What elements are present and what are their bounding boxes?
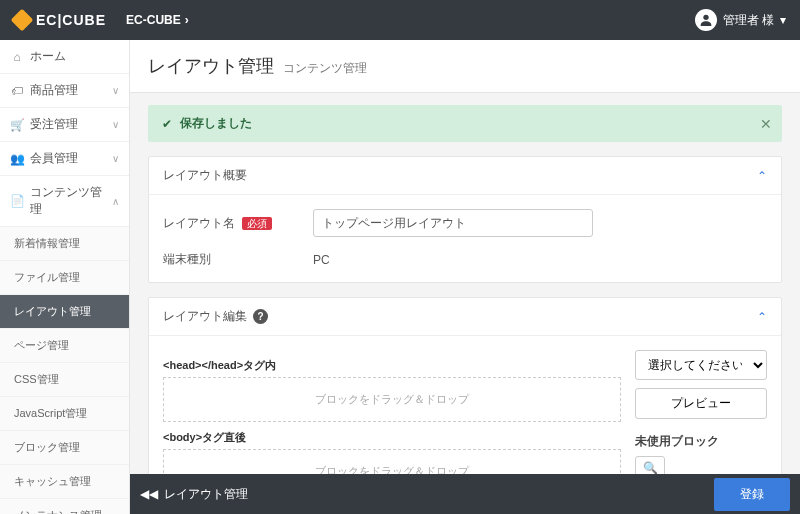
dropzone[interactable]: ブロックをドラッグ＆ドロップ [163, 377, 621, 422]
chevron-down-icon: ▾ [780, 13, 786, 27]
alert-close-button[interactable]: ✕ [760, 116, 772, 132]
user-name: 管理者 様 [723, 12, 774, 29]
sidebar-item-レイアウト管理[interactable]: レイアウト管理 [0, 295, 129, 329]
page-subtitle: コンテンツ管理 [283, 61, 367, 75]
sidebar-item-CSS管理[interactable]: CSS管理 [0, 363, 129, 397]
layout-name-input[interactable] [313, 209, 593, 237]
tag-icon: 🏷 [10, 84, 24, 98]
preview-button[interactable]: プレビュー [635, 388, 767, 419]
overview-card-head[interactable]: レイアウト概要 ⌃ [149, 157, 781, 195]
breadcrumb[interactable]: ◀◀ レイアウト管理 [140, 486, 248, 503]
chevron-icon: ∨ [112, 119, 119, 130]
site-name: EC-CUBE [126, 13, 181, 27]
chevron-right-icon: › [185, 13, 189, 27]
editor-title: レイアウト編集 [163, 308, 247, 325]
breadcrumb-text: レイアウト管理 [164, 486, 248, 503]
page-title: レイアウト管理 [148, 56, 274, 76]
editor-card-head[interactable]: レイアウト編集 ? ⌃ [149, 298, 781, 336]
avatar-icon [695, 9, 717, 31]
alert-text: 保存しました [180, 115, 252, 132]
search-icon: 🔍 [643, 461, 658, 475]
brand-text: EC|CUBE [36, 12, 106, 28]
site-link[interactable]: EC-CUBE › [126, 13, 189, 27]
nav-item-受注管理[interactable]: 🛒受注管理∨ [0, 108, 129, 142]
cart-icon: 🛒 [10, 118, 24, 132]
page-header: レイアウト管理 コンテンツ管理 [130, 40, 800, 93]
chevron-icon: ∨ [112, 153, 119, 164]
sidebar-item-キャッシュ管理[interactable]: キャッシュ管理 [0, 465, 129, 499]
svg-point-0 [703, 15, 708, 20]
nav-item-コンテンツ管理[interactable]: 📄コンテンツ管理∧ [0, 176, 129, 227]
nav-item-会員管理[interactable]: 👥会員管理∨ [0, 142, 129, 176]
collapse-icon[interactable]: ⌃ [757, 169, 767, 183]
zone-title: <head></head>タグ内 [163, 358, 621, 373]
nav-item-商品管理[interactable]: 🏷商品管理∨ [0, 74, 129, 108]
topbar: EC|CUBE EC-CUBE › 管理者 様 ▾ [0, 0, 800, 40]
overview-card: レイアウト概要 ⌃ レイアウト名 必須 端末種別 [148, 156, 782, 283]
sidebar-item-新着情報管理[interactable]: 新着情報管理 [0, 227, 129, 261]
zone-title: <body>タグ直後 [163, 430, 621, 445]
sidebar-item-ページ管理[interactable]: ページ管理 [0, 329, 129, 363]
user-menu[interactable]: 管理者 様 ▾ [695, 9, 786, 31]
help-icon[interactable]: ? [253, 309, 268, 324]
layout-select[interactable]: 選択してください [635, 350, 767, 380]
device-label: 端末種別 [163, 251, 313, 268]
chevron-left-icon: ◀◀ [140, 487, 158, 501]
sidebar-item-メンテナンス管理[interactable]: メンテナンス管理 [0, 499, 129, 514]
home-icon: ⌂ [10, 50, 24, 64]
brand-logo[interactable]: EC|CUBE [14, 12, 106, 28]
required-badge: 必須 [242, 217, 272, 230]
nav-item-ホーム[interactable]: ⌂ホーム [0, 40, 129, 74]
users-icon: 👥 [10, 152, 24, 166]
cube-icon [11, 9, 34, 32]
device-value: PC [313, 253, 330, 267]
sidebar-item-ブロック管理[interactable]: ブロック管理 [0, 431, 129, 465]
alert-success: ✔ 保存しました ✕ [148, 105, 782, 142]
main: レイアウト管理 コンテンツ管理 ✔ 保存しました ✕ レイアウト概要 ⌃ レイア… [130, 40, 800, 514]
check-icon: ✔ [162, 117, 172, 131]
layout-name-label: レイアウト名 必須 [163, 215, 313, 232]
overview-title: レイアウト概要 [163, 167, 247, 184]
doc-icon: 📄 [10, 194, 24, 208]
chevron-icon: ∨ [112, 85, 119, 96]
register-button[interactable]: 登録 [714, 478, 790, 511]
chevron-icon: ∧ [112, 196, 119, 207]
bottom-bar: ◀◀ レイアウト管理 登録 [130, 474, 800, 514]
sidebar-item-ファイル管理[interactable]: ファイル管理 [0, 261, 129, 295]
collapse-icon[interactable]: ⌃ [757, 310, 767, 324]
sidebar-item-JavaScript管理[interactable]: JavaScript管理 [0, 397, 129, 431]
sidebar: ⌂ホーム🏷商品管理∨🛒受注管理∨👥会員管理∨📄コンテンツ管理∧ 新着情報管理ファ… [0, 40, 130, 514]
unused-blocks-title: 未使用ブロック [635, 433, 767, 450]
